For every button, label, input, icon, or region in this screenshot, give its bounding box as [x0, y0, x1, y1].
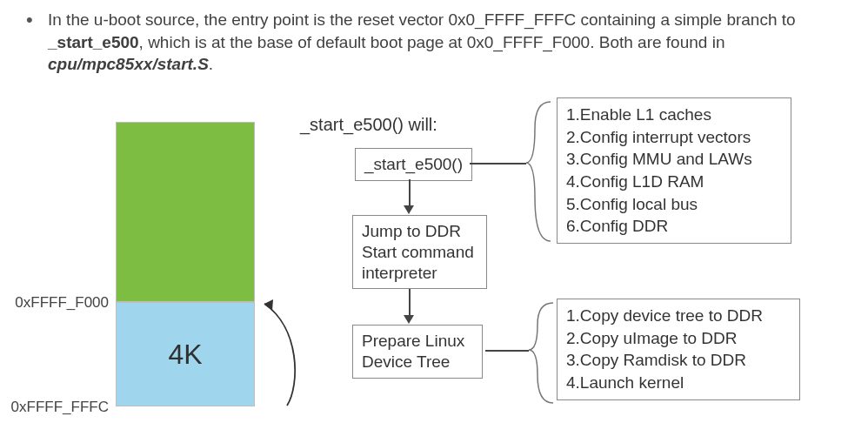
diagram-canvas: • In the u-boot source, the entry point …	[0, 0, 868, 443]
prepare-step-2: 2.Copy uImage to DDR	[566, 327, 791, 350]
node-jump-ddr: Jump to DDR Start command interpreter	[352, 215, 487, 289]
node-start-e500-label: _start_e500()	[364, 155, 463, 173]
start-step-2: 2.Config interrupt vectors	[566, 126, 782, 149]
start-step-5: 5.Config local bus	[566, 193, 782, 216]
addr-reset-vector: 0xFFFF_FFFC	[4, 399, 109, 416]
arrow-head-2-icon	[404, 315, 414, 324]
prepare-step-4: 4.Launch kernel	[566, 372, 791, 394]
brace-prepare-icon	[525, 300, 560, 409]
start-step-3: 3.Config MMU and LAWs	[566, 148, 782, 171]
arrow-head-1-icon	[404, 205, 414, 214]
brace-start-icon	[523, 98, 558, 246]
bullet-symbol: _start_e500	[48, 33, 139, 51]
bullet-prefix: In the u-boot source, the entry point is…	[48, 10, 796, 29]
connector-line-2	[485, 350, 529, 352]
memory-boot-page: 4K	[116, 302, 255, 406]
bullet-marker: •	[26, 9, 33, 31]
node-jump-ddr-l2: Start command	[362, 242, 477, 263]
flow-title: _start_e500() will:	[300, 115, 437, 135]
start-step-1: 1.Enable L1 caches	[566, 104, 782, 126]
node-jump-ddr-l1: Jump to DDR	[362, 221, 477, 242]
node-prepare-dtb-l2: Device Tree	[362, 352, 473, 373]
arrow-line-1	[409, 179, 411, 205]
node-prepare-dtb: Prepare Linux Device Tree	[352, 325, 483, 379]
prepare-step-3: 3.Copy Ramdisk to DDR	[566, 349, 791, 372]
start-step-4: 4.Config L1D RAM	[566, 171, 782, 193]
bullet-file: cpu/mpc85xx/start.S	[48, 55, 209, 73]
addr-boot-page-base: 0xFFFF_F000	[4, 294, 109, 312]
connector-line-1	[470, 163, 526, 164]
node-prepare-dtb-l1: Prepare Linux	[362, 331, 473, 352]
list-start-steps: 1.Enable L1 caches 2.Config interrupt ve…	[557, 97, 791, 244]
bullet-text: In the u-boot source, the entry point is…	[48, 9, 839, 76]
prepare-step-1: 1.Copy device tree to DDR	[566, 305, 791, 327]
bullet-mid: , which is at the base of default boot p…	[139, 33, 725, 51]
branch-arrow-icon	[252, 293, 304, 415]
bullet-suffix: .	[209, 55, 213, 73]
memory-upper-region	[116, 122, 255, 302]
list-prepare-steps: 1.Copy device tree to DDR 2.Copy uImage …	[557, 299, 800, 400]
memory-size-label: 4K	[168, 339, 202, 371]
start-step-6: 6.Config DDR	[566, 215, 782, 238]
node-start-e500: _start_e500()	[355, 148, 472, 181]
node-jump-ddr-l3: interpreter	[362, 263, 477, 284]
arrow-line-2	[409, 289, 411, 315]
